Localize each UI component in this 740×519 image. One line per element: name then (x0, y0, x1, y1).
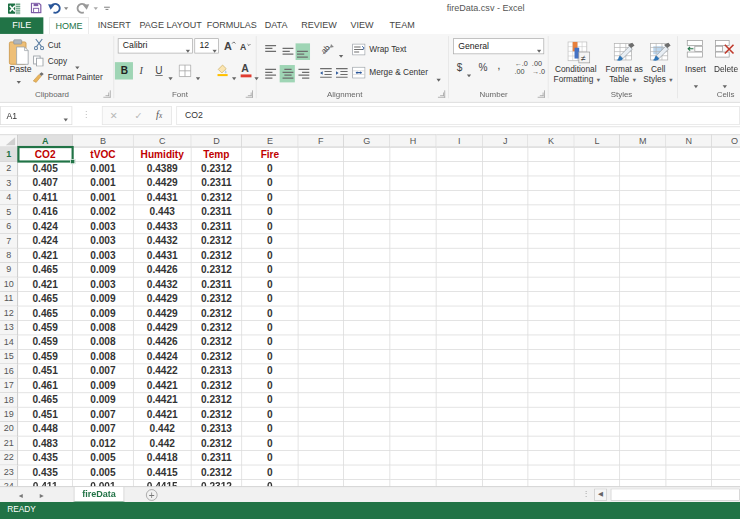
svg-text:≠: ≠ (581, 53, 586, 63)
svg-text:A: A (240, 42, 247, 52)
svg-text:ab: ab (321, 43, 332, 56)
svg-text:A: A (224, 40, 232, 52)
